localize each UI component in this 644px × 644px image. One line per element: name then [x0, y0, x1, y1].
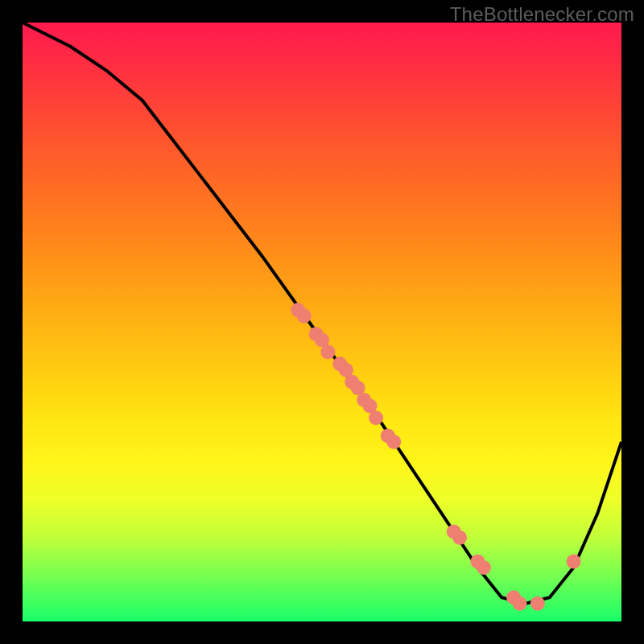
curve-svg: [23, 23, 621, 621]
scatter-dot: [530, 597, 545, 611]
scatter-dot: [297, 309, 312, 324]
scatter-dot: [513, 597, 527, 611]
bottleneck-curve: [23, 23, 621, 604]
scatter-points: [291, 303, 580, 611]
scatter-dot: [477, 560, 491, 575]
scatter-dot: [567, 555, 581, 569]
scatter-dot: [452, 530, 467, 545]
chart-frame: TheBottlenecker.com: [0, 0, 644, 644]
watermark-text: TheBottlenecker.com: [450, 3, 634, 26]
scatter-dot: [369, 411, 383, 425]
plot-area: [23, 23, 621, 621]
scatter-dot: [386, 435, 401, 449]
scatter-dot: [320, 345, 335, 359]
